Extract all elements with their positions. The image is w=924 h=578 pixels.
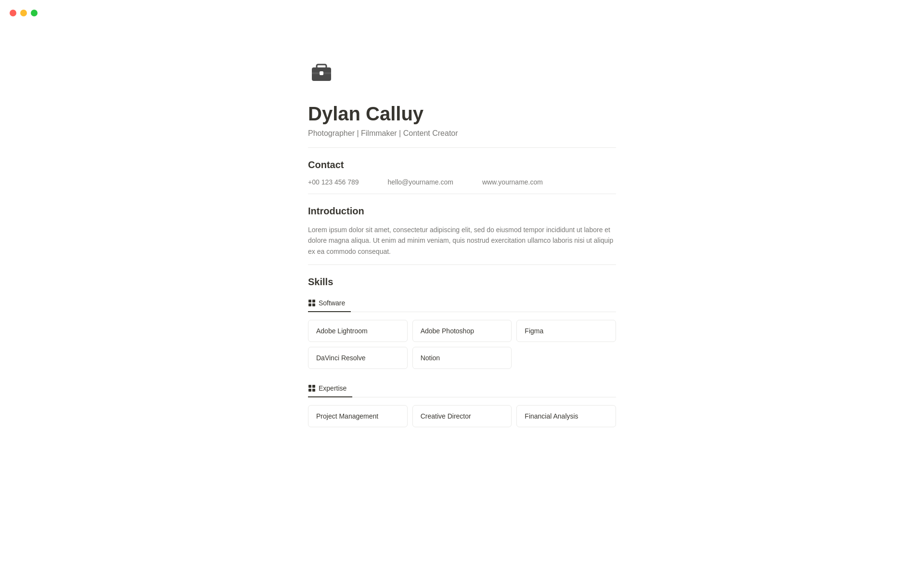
close-button[interactable] [10,10,16,16]
skill-card-creative-director: Creative Director [412,405,512,427]
briefcase-icon [308,58,335,85]
svg-rect-1 [317,65,326,68]
svg-rect-11 [312,389,315,392]
software-tab-label: Software [319,299,345,307]
svg-rect-7 [312,303,315,306]
page-icon [308,58,616,87]
person-subtitle: Photographer | Filmmaker | Content Creat… [308,129,616,138]
expertise-tab-icon [308,384,316,392]
divider-after-contact [308,194,616,194]
person-name: Dylan Calluy [308,102,616,125]
expertise-tab-row: Expertise [308,381,616,397]
maximize-button[interactable] [31,10,38,16]
skill-card-davinci-resolve: DaVinci Resolve [308,347,408,369]
svg-rect-5 [312,300,315,302]
skill-card-notion: Notion [412,347,512,369]
svg-rect-4 [308,300,311,302]
main-content: Dylan Calluy Photographer | Filmmaker | … [289,0,635,477]
traffic-lights [10,10,38,16]
contact-email: hello@yourname.com [388,178,453,186]
svg-rect-3 [320,71,323,75]
expertise-skill-grid: Project Management Creative Director Fin… [308,405,616,427]
expertise-tab-label: Expertise [319,384,346,392]
skills-section-title: Skills [308,276,616,288]
divider-after-subtitle [308,147,616,148]
divider-after-intro [308,264,616,265]
contact-section-title: Contact [308,159,616,171]
software-skill-grid: Adobe Lightroom Adobe Photoshop Figma Da… [308,320,616,369]
skill-card-adobe-photoshop: Adobe Photoshop [412,320,512,342]
minimize-button[interactable] [20,10,27,16]
contact-phone: +00 123 456 789 [308,178,359,186]
expertise-tab[interactable]: Expertise [308,381,352,397]
skill-card-project-management: Project Management [308,405,408,427]
skill-card-financial-analysis: Financial Analysis [516,405,616,427]
svg-rect-8 [308,385,311,388]
introduction-section-title: Introduction [308,206,616,217]
contact-row: +00 123 456 789 hello@yourname.com www.y… [308,178,616,186]
introduction-text: Lorem ipsum dolor sit amet, consectetur … [308,224,616,257]
svg-rect-6 [308,303,311,306]
skill-card-adobe-lightroom: Adobe Lightroom [308,320,408,342]
software-tab-icon [308,299,316,307]
software-tab[interactable]: Software [308,295,351,312]
skill-card-figma: Figma [516,320,616,342]
svg-rect-10 [308,389,311,392]
svg-rect-9 [312,385,315,388]
contact-website: www.yourname.com [482,178,543,186]
skills-section: Skills Software Adobe Lightroom Adobe Ph… [308,276,616,427]
software-tab-row: Software [308,295,616,312]
